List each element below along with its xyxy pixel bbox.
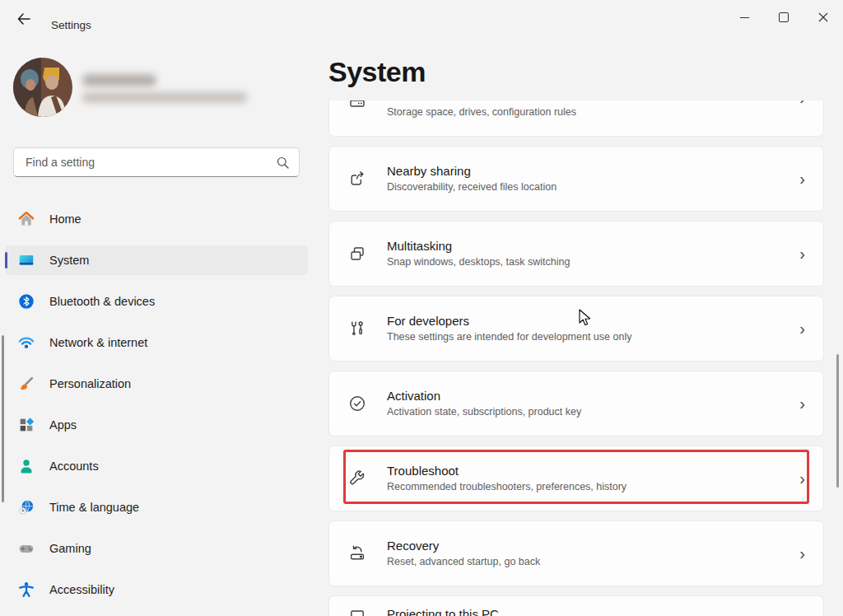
projecting-icon	[347, 607, 367, 616]
troubleshoot-icon	[347, 469, 367, 488]
activation-icon	[347, 394, 367, 413]
card-title: Multitasking	[387, 239, 570, 253]
card-subtitle: Snap windows, desktops, task switching	[387, 256, 570, 268]
system-icon	[16, 250, 36, 270]
sidebar-item-apps[interactable]: Apps	[5, 410, 308, 440]
minimize-button[interactable]	[724, 0, 764, 35]
sidebar-item-label: Time & language	[49, 501, 139, 514]
card-title: Projecting to this PC	[387, 607, 499, 616]
selected-indicator	[5, 252, 7, 268]
chevron-right-icon: ›	[799, 245, 805, 262]
recovery-icon	[347, 544, 367, 563]
card-subtitle: These settings are intended for developm…	[387, 331, 631, 343]
sidebar-item-system[interactable]: System	[5, 245, 308, 275]
magnifier-icon	[277, 156, 289, 169]
time-language-icon	[16, 497, 36, 517]
storage-icon	[347, 100, 367, 114]
sidebar-item-label: Accounts	[49, 460, 99, 473]
card-title: Troubleshoot	[387, 464, 626, 478]
accounts-icon	[16, 456, 36, 476]
sidebar-item-label: Bluetooth & devices	[49, 295, 155, 308]
card-title: Recovery	[387, 539, 540, 553]
card-storage[interactable]: Storage space, drives, configuration rul…	[328, 100, 824, 137]
card-nearby-sharing[interactable]: Nearby sharing Discoverability, received…	[328, 146, 824, 212]
user-avatar	[13, 58, 72, 117]
maximize-icon	[779, 12, 789, 22]
card-subtitle: Storage space, drives, configuration rul…	[387, 106, 576, 119]
sidebar-item-label: Network & internet	[49, 336, 147, 349]
sidebar-item-label: Gaming	[49, 542, 91, 555]
page-title: System	[328, 56, 426, 88]
search-input[interactable]	[24, 155, 277, 170]
close-button[interactable]	[803, 0, 843, 35]
accessibility-icon	[16, 580, 36, 600]
card-troubleshoot[interactable]: Troubleshoot Recommended troubleshooters…	[328, 446, 824, 511]
multitasking-icon	[347, 244, 367, 264]
card-title: For developers	[387, 314, 631, 328]
user-name-blurred	[82, 74, 156, 86]
sidebar-scrollbar-thumb[interactable]	[2, 335, 4, 502]
nearby-sharing-icon	[347, 169, 367, 189]
arrow-left-icon	[17, 13, 30, 25]
sidebar-item-home[interactable]: Home	[5, 204, 308, 234]
sidebar-item-network[interactable]: Network & internet	[5, 328, 308, 357]
main-scrollbar-thumb[interactable]	[836, 354, 839, 488]
sidebar-item-accounts[interactable]: Accounts	[5, 451, 308, 481]
sidebar-item-gaming[interactable]: Gaming	[5, 534, 308, 563]
sidebar-item-label: Accessibility	[49, 583, 114, 596]
chevron-right-icon: ›	[799, 470, 805, 487]
card-activation[interactable]: Activation Activation state, subscriptio…	[328, 371, 824, 436]
back-button[interactable]	[12, 7, 36, 30]
sidebar-item-label: Apps	[49, 418, 77, 432]
card-subtitle: Discoverability, received files location	[387, 181, 557, 194]
user-email-blurred	[82, 92, 247, 103]
card-for-developers[interactable]: For developers These settings are intend…	[328, 296, 824, 362]
search-box	[13, 147, 300, 177]
sidebar-item-personalization[interactable]: Personalization	[5, 369, 308, 399]
card-title: Activation	[387, 389, 581, 403]
settings-window: Settings	[0, 0, 843, 616]
chevron-right-icon: ›	[799, 320, 805, 337]
chevron-right-icon: ›	[799, 100, 805, 106]
network-icon	[16, 333, 36, 352]
maximize-button[interactable]	[764, 0, 803, 35]
sidebar-nav: Home System Bluetooth & devices Network …	[5, 204, 308, 616]
titlebar: Settings	[0, 0, 843, 36]
settings-card-list: Storage space, drives, configuration rul…	[328, 100, 824, 616]
sidebar-item-bluetooth[interactable]: Bluetooth & devices	[5, 287, 308, 316]
chevron-right-icon: ›	[799, 395, 805, 412]
window-controls	[724, 0, 843, 35]
developers-icon	[347, 319, 367, 338]
apps-icon	[16, 415, 36, 435]
close-icon	[818, 12, 828, 22]
sidebar-item-label: Personalization	[49, 377, 131, 390]
bluetooth-icon	[16, 292, 36, 311]
home-icon	[16, 209, 36, 229]
card-projecting[interactable]: Projecting to this PC ›	[328, 595, 824, 616]
app-title: Settings	[51, 19, 91, 31]
card-multitasking[interactable]: Multitasking Snap windows, desktops, tas…	[328, 221, 824, 287]
personalization-icon	[16, 374, 36, 394]
minimize-icon	[740, 17, 749, 18]
gaming-icon	[16, 539, 36, 558]
card-recovery[interactable]: Recovery Reset, advanced startup, go bac…	[328, 520, 824, 586]
card-subtitle: Recommended troubleshooters, preferences…	[387, 481, 626, 493]
chevron-right-icon: ›	[799, 170, 805, 187]
sidebar-item-label: System	[49, 254, 89, 267]
chevron-right-icon: ›	[799, 545, 805, 562]
user-profile[interactable]	[13, 58, 293, 120]
sidebar-item-label: Home	[49, 212, 82, 226]
card-subtitle: Activation state, subscriptions, product…	[387, 406, 581, 418]
sidebar-item-accessibility[interactable]: Accessibility	[5, 575, 308, 604]
card-subtitle: Reset, advanced startup, go back	[387, 556, 540, 568]
card-title	[387, 100, 576, 103]
card-title: Nearby sharing	[387, 164, 557, 178]
sidebar-item-time-language[interactable]: Time & language	[5, 492, 308, 522]
